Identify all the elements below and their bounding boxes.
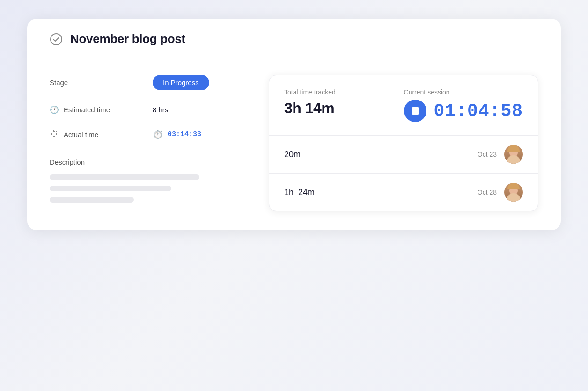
session-right-2: Oct 28 (478, 183, 523, 202)
total-label: Total time tracked (284, 88, 336, 96)
description-skeleton (50, 174, 246, 203)
actual-time-value: ⏱️ 03:14:33 (153, 129, 201, 139)
stage-badge[interactable]: In Progress (153, 75, 209, 90)
avatar-1 (504, 145, 523, 164)
session-row-2: 1h 24m Oct 28 (269, 174, 538, 211)
session-date-1: Oct 23 (478, 151, 497, 158)
tracker-total: Total time tracked 3h 14m (284, 88, 336, 117)
skeleton-line-3 (50, 197, 134, 203)
current-session: 01:04:58 (404, 100, 523, 122)
current-timer: 01:04:58 (434, 101, 523, 121)
current-label: Current session (404, 88, 450, 96)
actual-time-field: ⏱ Actual time ⏱️ 03:14:33 (50, 129, 246, 139)
stopwatch-icon: ⏱ (50, 130, 59, 138)
tracker-card: Total time tracked 3h 14m Current sessio… (269, 75, 538, 211)
tracker-summary: Total time tracked 3h 14m Current sessio… (269, 75, 538, 136)
skeleton-line-2 (50, 186, 171, 191)
timer-running-icon: ⏱️ (153, 129, 163, 139)
stop-button[interactable] (404, 100, 426, 122)
estimated-time-field: 🕐 Estimated time 8 hrs (50, 105, 246, 114)
svg-point-0 (51, 34, 62, 45)
task-check-icon (50, 33, 63, 46)
session-row-1: 20m Oct 23 (269, 136, 538, 174)
card-body: Stage In Progress 🕐 Estimated time 8 hrs… (27, 58, 561, 230)
clock-icon: 🕐 (50, 105, 59, 114)
description-section: Description (50, 158, 246, 203)
estimated-time-value: 8 hrs (153, 106, 168, 114)
main-card: November blog post Stage In Progress 🕐 E… (27, 19, 561, 230)
session-duration-2: 1h 24m (284, 188, 315, 197)
card-header: November blog post (27, 19, 561, 58)
estimated-time-label: 🕐 Estimated time (50, 105, 153, 114)
stage-label: Stage (50, 79, 153, 87)
description-label: Description (50, 158, 246, 166)
stage-label-text: Stage (50, 79, 68, 87)
stop-icon (412, 107, 419, 115)
skeleton-line-1 (50, 174, 199, 180)
fields-column: Stage In Progress 🕐 Estimated time 8 hrs… (50, 75, 246, 211)
stage-field: Stage In Progress (50, 75, 246, 90)
session-right-1: Oct 23 (478, 145, 523, 164)
page-title: November blog post (70, 32, 185, 46)
avatar-2 (504, 183, 523, 202)
tracker-current: Current session 01:04:58 (404, 88, 523, 122)
actual-time-label: ⏱ Actual time (50, 130, 153, 138)
session-duration-1: 20m (284, 150, 301, 159)
session-date-2: Oct 28 (478, 188, 497, 196)
tracker-column: Total time tracked 3h 14m Current sessio… (269, 75, 538, 211)
total-value: 3h 14m (284, 100, 336, 117)
